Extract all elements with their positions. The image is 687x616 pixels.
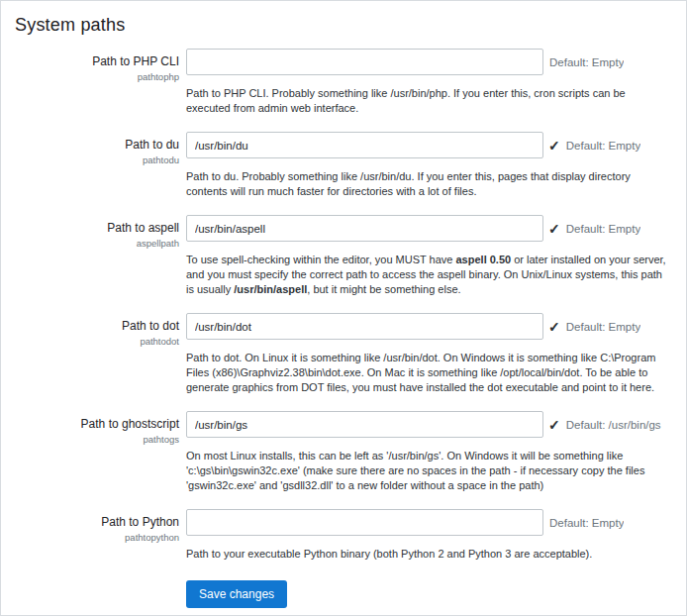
- default-value: Default: Empty: [549, 517, 624, 529]
- setting-input-line: Default: Empty: [186, 49, 672, 75]
- setting-label: Path to dot: [15, 319, 179, 334]
- setting-label-column: Path to PHP CLI pathtophp: [15, 49, 179, 82]
- setting-shortname: aspellpath: [15, 238, 179, 249]
- setting-input-line: ✓ Default: Empty: [186, 215, 672, 242]
- setting-description: Path to your executable Python binary (b…: [186, 547, 670, 562]
- setting-row: Path to du pathtodu ✓ Default: Empty Pat…: [15, 132, 672, 215]
- default-value: Default: Empty: [566, 321, 640, 333]
- setting-label-column: Path to ghostscript pathtogs: [15, 411, 179, 445]
- setting-form-column: ✓ Default: Empty Path to du. Probably so…: [186, 132, 672, 215]
- checkmark-icon: ✓: [548, 222, 560, 236]
- setting-description: Path to dot. On Linux it is something li…: [186, 351, 670, 395]
- setting-row: Path to Python pathtopython Default: Emp…: [15, 509, 672, 577]
- setting-description: Path to PHP CLI. Probably something like…: [186, 86, 670, 116]
- default-value: Default: Empty: [566, 140, 640, 152]
- setting-label: Path to PHP CLI: [15, 54, 179, 69]
- setting-label-column: Path to du pathtodu: [15, 132, 179, 165]
- setting-label-column: Path to Python pathtopython: [15, 509, 179, 543]
- system-paths-page: System paths Path to PHP CLI pathtophp D…: [1, 1, 686, 616]
- settings-list: Path to PHP CLI pathtophp Default: Empty…: [15, 49, 672, 577]
- setting-row: Path to PHP CLI pathtophp Default: Empty…: [15, 49, 672, 132]
- setting-input-line: ✓ Default: Empty: [186, 132, 672, 158]
- setting-form-column: ✓ Default: Empty Path to dot. On Linux i…: [186, 313, 672, 411]
- setting-shortname: pathtodot: [15, 336, 179, 347]
- default-value: Default: Empty: [566, 223, 640, 235]
- setting-form-column: Default: Empty Path to PHP CLI. Probably…: [186, 49, 672, 132]
- page-title: System paths: [15, 15, 672, 36]
- setting-row: Path to ghostscript pathtogs ✓ Default: …: [15, 411, 672, 509]
- default-value: Default: Empty: [549, 56, 624, 68]
- setting-shortname: pathtopython: [15, 532, 179, 543]
- setting-shortname: pathtodu: [15, 154, 179, 165]
- path-input[interactable]: [186, 509, 543, 536]
- setting-row: Path to aspell aspellpath ✓ Default: Emp…: [15, 215, 672, 313]
- setting-input-line: ✓ Default: /usr/bin/gs: [186, 411, 672, 438]
- setting-shortname: pathtogs: [15, 434, 179, 445]
- checkmark-icon: ✓: [548, 139, 560, 153]
- default-value: Default: /usr/bin/gs: [566, 419, 661, 431]
- path-input[interactable]: [186, 411, 543, 438]
- setting-form-column: Default: Empty Path to your executable P…: [186, 509, 672, 577]
- path-input[interactable]: [186, 132, 543, 158]
- setting-label: Path to du: [15, 138, 179, 153]
- path-input[interactable]: [186, 215, 543, 242]
- setting-description: To use spell-checking within the editor,…: [186, 253, 670, 297]
- save-row: Save changes: [186, 580, 672, 616]
- path-input[interactable]: [186, 49, 543, 75]
- checkmark-icon: ✓: [548, 418, 560, 432]
- setting-description: Path to du. Probably something like /usr…: [186, 169, 670, 199]
- checkmark-icon: ✓: [548, 320, 560, 334]
- setting-label-column: Path to aspell aspellpath: [15, 215, 179, 249]
- setting-shortname: pathtophp: [15, 71, 179, 82]
- setting-label: Path to aspell: [15, 221, 179, 236]
- setting-label: Path to Python: [15, 515, 179, 530]
- setting-form-column: ✓ Default: Empty To use spell-checking w…: [186, 215, 672, 313]
- save-changes-button[interactable]: Save changes: [186, 580, 287, 608]
- setting-input-line: ✓ Default: Empty: [186, 313, 672, 340]
- setting-label: Path to ghostscript: [15, 417, 179, 432]
- setting-input-line: Default: Empty: [186, 509, 672, 536]
- setting-form-column: ✓ Default: /usr/bin/gs On most Linux ins…: [186, 411, 672, 509]
- setting-row: Path to dot pathtodot ✓ Default: Empty P…: [15, 313, 672, 411]
- setting-label-column: Path to dot pathtodot: [15, 313, 179, 347]
- setting-description: On most Linux installs, this can be left…: [186, 449, 670, 493]
- path-input[interactable]: [186, 313, 543, 340]
